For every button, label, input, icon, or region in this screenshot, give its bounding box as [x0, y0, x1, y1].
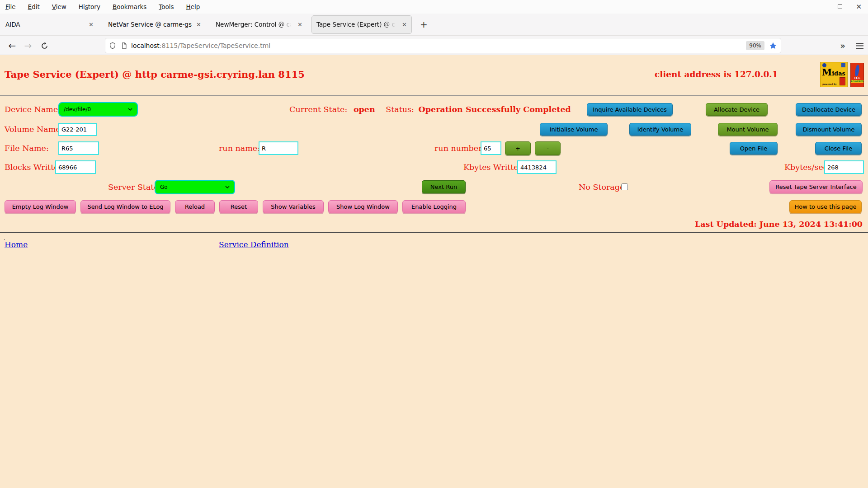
- tab-close-icon[interactable]: ✕: [402, 21, 407, 28]
- menu-bookmarks[interactable]: Bookmarks: [113, 3, 146, 10]
- menu-view[interactable]: View: [52, 3, 66, 10]
- back-button[interactable]: ←: [5, 36, 19, 55]
- initialise-volume-button[interactable]: Initialise Volume: [540, 123, 608, 136]
- app-menu-button[interactable]: [853, 36, 866, 55]
- server-state-select[interactable]: Go: [155, 180, 235, 194]
- midas-powered-text: powered by: [822, 83, 837, 85]
- tab-close-icon[interactable]: ✕: [297, 21, 302, 28]
- service-definition-link[interactable]: Service Definition: [219, 240, 289, 249]
- dismount-volume-button[interactable]: Dismount Volume: [796, 123, 862, 136]
- divider: [0, 95, 868, 96]
- forward-button[interactable]: →: [21, 36, 35, 55]
- tab-close-icon[interactable]: ✕: [89, 21, 94, 28]
- show-variables-button[interactable]: Show Variables: [263, 200, 324, 213]
- inquire-available-devices-button[interactable]: Inquire Available Devices: [587, 103, 673, 116]
- bookmark-star-icon[interactable]: [769, 42, 777, 50]
- allocate-device-button[interactable]: Allocate Device: [706, 103, 768, 116]
- tab-bar: AIDA ✕ NetVar Service @ carme-gsi ✕ NewM…: [0, 14, 868, 36]
- home-link[interactable]: Home: [5, 240, 28, 249]
- blocks-written-input[interactable]: [55, 160, 96, 174]
- page-info-icon[interactable]: [121, 42, 127, 50]
- midas-logo-text: Midas: [821, 67, 847, 77]
- menu-file[interactable]: File: [5, 3, 16, 10]
- menu-bar: File Edit View History Bookmarks Tools H…: [0, 0, 868, 14]
- run-number-decrement-button[interactable]: -: [535, 141, 561, 155]
- url-text[interactable]: localhost:8115/TapeService/TapeService.t…: [131, 42, 746, 49]
- url-path: :8115/TapeService/TapeService.tml: [160, 42, 270, 49]
- menu-help[interactable]: Help: [186, 3, 200, 10]
- chevron-down-icon: [128, 108, 132, 111]
- tab-label: AIDA: [5, 21, 84, 28]
- open-file-button[interactable]: Open File: [730, 142, 778, 155]
- mount-volume-button[interactable]: Mount Volume: [718, 123, 778, 136]
- kbytes-written-input[interactable]: [517, 160, 557, 174]
- enable-logging-button[interactable]: Enable Logging: [402, 200, 466, 213]
- run-name-input[interactable]: [259, 141, 298, 155]
- device-select-value: /dev/file/0: [64, 106, 91, 113]
- tcl-logo-text: TCL: [851, 76, 863, 80]
- server-state-select-value: Go: [160, 184, 168, 190]
- kbytes-per-sec-label: Kbytes/sec:: [784, 163, 830, 172]
- midas-tcl-badge-icon: [840, 77, 845, 85]
- divider: [0, 232, 868, 233]
- tab-label: Tape Service (Expert) @ carm: [316, 21, 397, 28]
- status-label: Status:: [386, 105, 414, 114]
- file-name-input[interactable]: [58, 141, 99, 155]
- run-number-label: run number:: [434, 144, 485, 153]
- status-value: Operation Successfully Completed: [419, 105, 571, 114]
- reload-page-button[interactable]: Reload: [175, 200, 215, 213]
- midas-logo: Midas powered by: [820, 62, 848, 87]
- run-number-input[interactable]: [481, 141, 501, 155]
- new-tab-button[interactable]: +: [420, 19, 428, 30]
- reset-button[interactable]: Reset: [219, 200, 258, 213]
- last-updated-text: Last Updated: June 13, 2024 13:41:00: [695, 220, 863, 229]
- tcl-powered-logo: TCL POWERED: [850, 63, 864, 87]
- url-bar[interactable]: localhost:8115/TapeService/TapeService.t…: [105, 38, 781, 53]
- empty-log-window-button[interactable]: Empty Log Window: [5, 200, 76, 213]
- volume-name-input[interactable]: [58, 123, 97, 136]
- send-log-window-to-elog-button[interactable]: Send Log Window to ELog: [80, 200, 170, 213]
- tcl-feather-icon: [854, 65, 860, 77]
- current-state-label: Current State:: [289, 105, 347, 114]
- maximize-icon[interactable]: [838, 5, 842, 9]
- device-select[interactable]: /dev/file/0: [58, 102, 138, 117]
- menu-edit[interactable]: Edit: [28, 3, 40, 10]
- tab-aida[interactable]: AIDA ✕: [1, 15, 98, 33]
- how-to-use-this-page-button[interactable]: How to use this page: [789, 200, 862, 213]
- run-number-increment-button[interactable]: +: [505, 141, 531, 155]
- reload-button[interactable]: [38, 36, 51, 55]
- no-storage-checkbox[interactable]: [621, 183, 628, 190]
- next-run-button[interactable]: Next Run: [422, 180, 466, 193]
- close-icon[interactable]: ✕: [856, 4, 862, 10]
- page-title: Tape Service (Expert) @ http carme-gsi.c…: [5, 69, 305, 80]
- shield-icon: [109, 42, 116, 50]
- client-address: client address is 127.0.0.1: [655, 70, 778, 79]
- chevron-down-icon: [225, 186, 230, 188]
- menu-tools[interactable]: Tools: [159, 3, 174, 10]
- no-storage-label: No Storage: [579, 183, 624, 192]
- back-icon: ←: [9, 40, 16, 51]
- minimize-icon[interactable]: ─: [821, 4, 825, 10]
- forward-icon: →: [24, 40, 32, 51]
- tab-tape-service[interactable]: Tape Service (Expert) @ carm ✕: [311, 15, 412, 34]
- identify-volume-button[interactable]: Identify Volume: [629, 123, 691, 136]
- midas-shield-icon: [841, 63, 845, 67]
- chevron-double-right-icon: »: [840, 41, 845, 51]
- deallocate-device-button[interactable]: Deallocate Device: [796, 103, 862, 116]
- tab-netvar[interactable]: NetVar Service @ carme-gsi ✕: [104, 15, 206, 33]
- reload-icon: [41, 42, 48, 50]
- close-file-button[interactable]: Close File: [815, 142, 862, 155]
- tab-close-icon[interactable]: ✕: [196, 21, 201, 28]
- device-name-label: Device Name:: [5, 105, 61, 114]
- show-log-window-button[interactable]: Show Log Window: [328, 200, 398, 213]
- toolbar-overflow-button[interactable]: »: [836, 36, 849, 55]
- current-state: Current State: open Status: Operation Su…: [289, 105, 571, 114]
- kbytes-per-sec-input[interactable]: [824, 160, 864, 174]
- menu-history[interactable]: History: [79, 3, 100, 10]
- file-name-label: File Name:: [5, 144, 49, 153]
- tab-label: NetVar Service @ carme-gsi: [108, 21, 192, 28]
- window-controls: ─ ✕: [821, 0, 862, 14]
- reset-tape-server-interface-button[interactable]: Reset Tape Server Interface: [769, 180, 863, 193]
- zoom-level-badge[interactable]: 90%: [746, 41, 764, 50]
- tab-newmerger[interactable]: NewMerger: Control @ carme ✕: [211, 15, 307, 33]
